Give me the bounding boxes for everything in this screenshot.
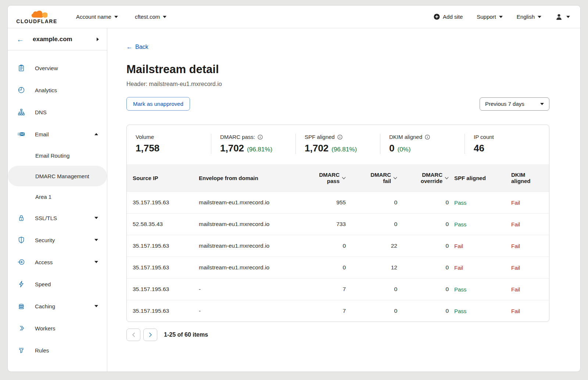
table-row: 35.157.195.63 - 7 0 0 Pass Fail	[127, 278, 549, 300]
column-header-dmarc-pass[interactable]: DMARC pass	[291, 172, 346, 184]
sidebar-item-speed[interactable]: Speed	[8, 273, 107, 295]
sidebar-item-security[interactable]: Security	[8, 229, 107, 251]
chevron-up-icon	[94, 133, 98, 135]
support-dropdown[interactable]: Support	[477, 14, 503, 20]
sidebar-item-ssl-tls[interactable]: SSL/TLS	[8, 207, 107, 229]
cloudflare-cloud-icon	[26, 10, 47, 19]
stat-ip-count: IP count 46	[465, 134, 549, 154]
chevron-down-icon	[540, 103, 544, 105]
main-content: ← Back Mailstream detail Header: mailstr…	[107, 28, 580, 372]
column-header-spf-aligned: SPF aligned	[449, 175, 506, 181]
chevron-left-icon	[132, 332, 135, 337]
period-select[interactable]: Previous 7 days	[480, 97, 549, 111]
table-row: 35.157.195.63 - 7 0 0 Pass Fail	[127, 300, 549, 322]
stat-volume: Volume 1,758	[127, 134, 211, 154]
sort-chevron-icon	[445, 177, 449, 179]
sidebar-item-access[interactable]: Access	[8, 251, 107, 273]
app-window: CLOUDFLARE Account name cftest.com Add s…	[7, 5, 581, 372]
sidebar: ← example.com Overview Analytics	[8, 28, 107, 372]
info-icon[interactable]	[425, 135, 430, 140]
sidebar-item-caching[interactable]: Caching	[8, 295, 107, 317]
chevron-down-icon	[94, 305, 98, 307]
page-title: Mailstream detail	[126, 63, 549, 76]
table-row: 52.58.35.43 mailstream-eu1.mxrecord.io 7…	[127, 213, 549, 235]
sidebar-item-email-routing[interactable]: Email Routing	[8, 145, 107, 166]
column-header-dmarc-fail[interactable]: DMARC fail	[346, 172, 397, 184]
brand-wordmark: CLOUDFLARE	[16, 18, 57, 24]
chevron-right-icon	[149, 332, 152, 337]
pagination: 1-25 of 60 items	[126, 329, 549, 352]
account-dropdown[interactable]: Account name	[76, 14, 118, 20]
site-dropdown[interactable]: cftest.com	[135, 14, 166, 20]
lock-icon	[17, 214, 25, 222]
lightning-icon	[17, 280, 25, 288]
user-icon	[555, 13, 563, 21]
column-header-dmarc-override[interactable]: DMARC override	[397, 172, 449, 184]
sidebar-item-dns[interactable]: DNS	[8, 101, 107, 123]
table-row: 35.157.195.63 mailstream-eu1.mxrecord.io…	[127, 257, 549, 278]
stat-dkim-aligned: DKIM aligned 0 (0%)	[380, 134, 465, 154]
page-subtitle: Header: mailstream-eu1.mxrecord.io	[126, 81, 549, 87]
back-arrow-icon: ←	[17, 36, 24, 43]
access-icon	[17, 258, 25, 266]
chevron-down-icon	[114, 16, 118, 18]
sidebar-item-email[interactable]: Email	[8, 123, 107, 145]
sort-chevron-icon	[342, 177, 346, 179]
top-nav-bar: CLOUDFLARE Account name cftest.com Add s…	[8, 6, 580, 28]
pagination-label: 1-25 of 60 items	[164, 331, 208, 338]
chevron-down-icon	[94, 261, 98, 263]
mailstream-card: Volume 1,758 DMARC pass: 1,702 (96.81%) …	[126, 125, 549, 322]
chevron-down-icon	[163, 16, 166, 18]
chevron-right-icon	[97, 37, 99, 41]
sidebar-item-rules[interactable]: Rules	[8, 339, 107, 361]
plus-circle-icon	[434, 14, 440, 20]
sidebar-nav: Overview Analytics DNS	[8, 50, 107, 361]
sidebar-item-dmarc-management[interactable]: DMARC Management	[8, 166, 107, 186]
user-menu[interactable]	[555, 13, 570, 21]
cache-icon	[17, 302, 25, 310]
sidebar-item-overview[interactable]: Overview	[8, 57, 107, 79]
add-site-button[interactable]: Add site	[434, 14, 463, 20]
previous-page-button[interactable]	[126, 329, 140, 341]
info-icon[interactable]	[337, 135, 343, 140]
stats-row: Volume 1,758 DMARC pass: 1,702 (96.81%) …	[127, 125, 549, 164]
column-header-source-ip: Source IP	[133, 175, 199, 181]
info-icon[interactable]	[258, 135, 263, 140]
table-header: Source IP Envelope from domain DMARC pas…	[127, 164, 549, 191]
chevron-down-icon	[538, 16, 541, 18]
column-header-dkim-aligned: DKIM aligned	[506, 172, 543, 184]
chevron-down-icon	[499, 16, 503, 18]
chevron-down-icon	[94, 217, 98, 219]
chevron-down-icon	[94, 239, 98, 241]
code-brackets-icon	[17, 325, 25, 332]
sort-chevron-icon	[393, 177, 397, 179]
email-icon	[17, 130, 25, 138]
stat-spf-aligned: SPF aligned 1,702 (96.81%)	[295, 134, 380, 154]
cloudflare-logo[interactable]: CLOUDFLARE	[13, 10, 61, 24]
sidebar-item-analytics[interactable]: Analytics	[8, 79, 107, 101]
next-page-button[interactable]	[143, 329, 157, 341]
back-arrow-icon: ←	[126, 44, 132, 50]
funnel-icon	[17, 347, 25, 354]
language-dropdown[interactable]: English	[517, 14, 541, 20]
column-header-envelope: Envelope from domain	[199, 175, 291, 181]
shield-icon	[17, 236, 25, 244]
network-icon	[17, 108, 25, 116]
back-link[interactable]: ← Back	[126, 44, 148, 50]
sidebar-item-workers[interactable]: Workers	[8, 317, 107, 339]
clipboard-icon	[17, 64, 25, 72]
sidebar-site-name: example.com	[33, 36, 72, 43]
mark-unapproved-button[interactable]: Mark as unapproved	[126, 97, 190, 111]
table-row: 35.157.195.63 mailstream-eu1.mxrecord.io…	[127, 235, 549, 257]
chevron-down-icon	[566, 16, 570, 18]
pie-chart-icon	[17, 86, 25, 94]
sidebar-item-area-1[interactable]: Area 1	[8, 186, 107, 207]
stat-dmarc-pass: DMARC pass: 1,702 (96.81%)	[211, 134, 295, 154]
table-row: 35.157.195.63 mailstream-eu1.mxrecord.io…	[127, 191, 549, 213]
sidebar-site-header[interactable]: ← example.com	[8, 28, 107, 50]
